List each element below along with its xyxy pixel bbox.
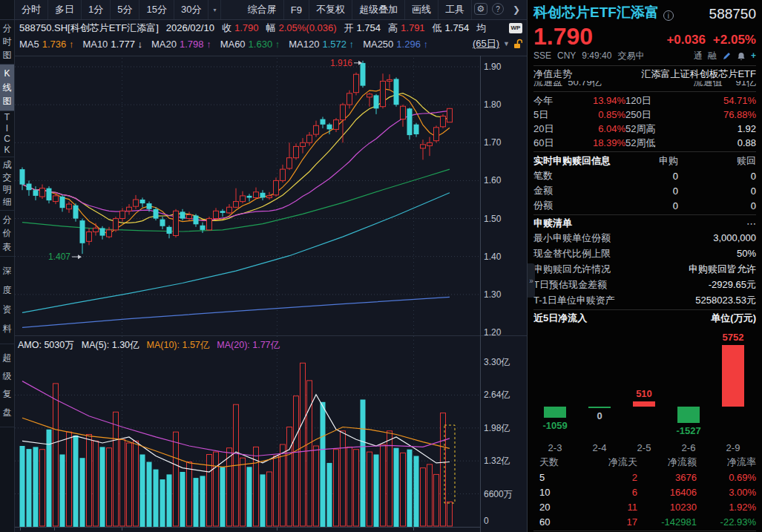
quote-field-高: 高1.791 — [388, 22, 425, 35]
sidebar-item-K线图[interactable]: K线图 — [0, 65, 14, 111]
rong-badge: 融 — [708, 50, 717, 62]
settings-gear-icon[interactable]: ⚙ — [474, 3, 487, 15]
toolbar-item-5分[interactable]: 5分 — [111, 0, 139, 19]
sidebar-item-超级复盘[interactable]: 超级复盘 — [0, 344, 14, 427]
sidebar-item-深度资料[interactable]: 深度资料 — [0, 257, 14, 344]
flow-table-header: 净流额 — [637, 455, 697, 470]
pencil-icon[interactable] — [722, 51, 732, 61]
flow-table-header: 净流率 — [697, 455, 756, 470]
ma-period-selector[interactable]: (65日) — [473, 37, 499, 50]
flow-table-cell: 10230 — [637, 499, 697, 514]
ma-legend-row: MA51.736 ↑MA101.777 ↓MA201.798 ↑MA601.63… — [15, 36, 527, 52]
perf-label: 52周高 — [625, 122, 671, 136]
underlying-fund-name: 汇添富上证科创板芯片ETF — [641, 68, 756, 81]
panel-collapse-handle[interactable]: » — [528, 263, 535, 298]
toolbar-item-多日[interactable]: 多日 — [48, 0, 82, 19]
chevron-right-icon[interactable]: ❯ — [508, 3, 525, 16]
flow-table-cell: -142981 — [637, 514, 697, 529]
left-sidebar: 分时图K线图TICK成交明细分价表深度资料超级复盘 — [0, 20, 15, 532]
redemption-list-header: 申赎清单 — [533, 217, 572, 230]
flow-table-cell: 60 — [533, 514, 578, 529]
sidebar-item-分时图[interactable]: 分时图 — [0, 20, 14, 65]
right-info-panel: » 科创芯片ETF汇添富 i 588750 1.790 +0.036 +2.05… — [527, 0, 762, 532]
perf-label: 60日 — [533, 136, 568, 150]
toolbar-item-超级叠加[interactable]: 超级叠加 — [352, 0, 405, 19]
sidebar-item-分价表[interactable]: 分价表 — [0, 211, 14, 257]
perf-value: 0.85% — [568, 108, 625, 122]
period-buttons: 分时多日1分5分15分30分 — [15, 0, 208, 19]
flow-bar-value: 0 — [578, 410, 621, 421]
flow-table-cell: 11 — [578, 499, 637, 514]
net-inflow-unit: 单位(万元) — [711, 312, 756, 325]
toolbar-item-画线[interactable]: 画线 — [405, 0, 439, 19]
flow-bar — [633, 401, 655, 407]
period-dropdown-caret[interactable]: ▾ — [208, 0, 221, 19]
flow-bar-value: 510 — [623, 388, 666, 399]
svg-text:1.70: 1.70 — [484, 137, 502, 148]
svg-text:2.64亿: 2.64亿 — [484, 390, 510, 400]
perf-label: 20日 — [533, 122, 568, 136]
symbol-label: 588750.SH[科创芯片ETF汇添富] — [19, 22, 159, 35]
toolbar-item-1分[interactable]: 1分 — [82, 0, 111, 19]
quote-field-开: 开1.754 — [344, 22, 381, 35]
flow-bar-column-2-3: -10592-3 — [533, 325, 577, 455]
redemption-row-value: 3,000,000 — [713, 232, 756, 243]
flow-table-cell: 1.92% — [697, 499, 756, 514]
flow-table-cell: 3.00% — [697, 485, 756, 499]
wp-badge-icon[interactable]: WP — [509, 23, 522, 33]
toolbar-item-不复权[interactable]: 不复权 — [309, 0, 352, 19]
chevron-down-icon[interactable]: ▼ — [503, 40, 510, 47]
flow-bar-date: 2-9 — [712, 442, 755, 453]
more-ellipsis-icon[interactable]: ⋯ — [746, 218, 756, 229]
volume-legend-item: MA(10): 1.57亿 — [147, 339, 210, 352]
toolbar-item-F9[interactable]: F9 — [284, 0, 309, 19]
realtime-subscription-table: 实时申购赎回信息 申购 赎回 笔数00金额00份额00 — [533, 154, 756, 213]
redemption-row-label: 现金替代比例上限 — [533, 247, 611, 260]
kline-volume-svg[interactable]: 1.901.801.701.601.501.401.301.203.30亿2.6… — [15, 52, 527, 532]
svg-text:1.30: 1.30 — [484, 289, 502, 300]
quote-time: 9:49:40 — [582, 50, 611, 61]
svg-text:1.40: 1.40 — [484, 252, 502, 262]
float-shares-row-clipped: 流通盘 50.79亿 流通值 91亿 — [533, 81, 756, 90]
svg-text:3.30亿: 3.30亿 — [484, 357, 510, 367]
redemption-row: 现金替代比例上限50% — [533, 246, 756, 261]
sidebar-item-成交明细[interactable]: 成交明细 — [0, 157, 14, 211]
sidebar-item-TICK[interactable]: TICK — [0, 111, 14, 157]
svg-text:1.90: 1.90 — [484, 62, 502, 72]
app-menu-button[interactable] — [0, 0, 15, 19]
redemption-row-value: 申购赎回皆允许 — [689, 263, 756, 276]
unlock-icon[interactable] — [513, 39, 522, 49]
kline-chart[interactable]: 1.901.801.701.601.501.401.301.203.30亿2.6… — [15, 52, 527, 532]
etf-name: 科创芯片ETF汇添富 — [533, 3, 659, 22]
quote-info-row: 588750.SH[科创芯片ETF汇添富] 2026/02/10 收1.790幅… — [15, 20, 527, 36]
flow-bar-value: 5752 — [712, 332, 755, 343]
last-price: 1.790 — [533, 25, 593, 47]
market-status: 交易中 — [617, 50, 644, 62]
net-inflow-table: 天数净流天净流额净流率5236760.69%106164063.00%20111… — [533, 455, 756, 529]
toolbar-item-工具[interactable]: 工具 — [439, 0, 472, 19]
tool-buttons: 综合屏F9不复权超级叠加画线工具 — [241, 0, 472, 19]
toolbar-item-15分[interactable]: 15分 — [139, 0, 174, 19]
flow-table-cell: 2 — [578, 470, 637, 485]
realtime-subscribe-value: 0 — [611, 168, 678, 183]
svg-text:1.32亿: 1.32亿 — [484, 456, 510, 466]
redemption-row-label: 申购赎回允许情况 — [533, 263, 611, 276]
toolbar-item-综合屏[interactable]: 综合屏 — [241, 0, 284, 19]
nav-trend-label[interactable]: 净值走势 — [533, 68, 572, 81]
help-icon[interactable]: ? — [492, 3, 504, 15]
bell-icon[interactable] — [737, 51, 746, 61]
flow-bar-column-2-9: 57522-9 — [712, 325, 755, 455]
add-to-watchlist-icon[interactable]: + — [751, 50, 756, 61]
ma-legend-MA10: MA101.777 ↓ — [82, 39, 142, 50]
info-icon[interactable]: i — [663, 10, 674, 21]
toolbar-item-分时[interactable]: 分时 — [15, 0, 48, 19]
flow-bar-column-2-6: -15272-6 — [667, 325, 710, 455]
flow-bar — [722, 345, 744, 407]
flow-table-cell: 16406 — [637, 485, 697, 499]
toolbar-item-30分[interactable]: 30分 — [174, 0, 208, 19]
quote-field-均: 均 — [476, 22, 486, 35]
svg-text:1.407: 1.407 — [48, 252, 70, 262]
redemption-row-label: 最小申赎单位份额 — [533, 231, 611, 245]
redemption-row-label: T-1日单位申赎资产 — [533, 294, 615, 307]
perf-label: 今年 — [533, 93, 568, 108]
